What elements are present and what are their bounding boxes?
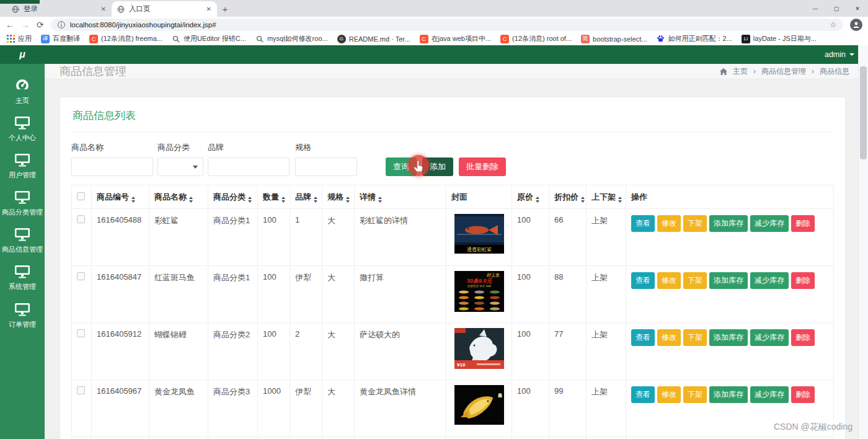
take-down-button[interactable]: 下架 [683,386,707,403]
add-stock-button[interactable]: 添加库存 [709,272,748,289]
close-button[interactable]: ✕ [847,0,868,17]
sort-icon[interactable] [536,197,539,203]
forward-icon[interactable]: → [21,20,30,29]
back-icon[interactable]: ← [6,20,14,29]
select-all-checkbox[interactable] [77,192,85,200]
sidebar-item-home[interactable]: 主页 [0,73,45,110]
sort-icon[interactable] [131,197,135,203]
column-header[interactable]: 上下架 [591,192,616,202]
view-button[interactable]: 查看 [631,386,655,403]
bookmark-csdn-1[interactable]: C (12条消息) freema... [89,34,162,43]
product-name-input[interactable] [71,157,153,176]
view-button[interactable]: 查看 [631,215,655,232]
add-stock-button[interactable]: 添加库存 [709,386,748,403]
column-header[interactable]: 详情 [360,192,376,202]
brand-input[interactable] [208,157,290,176]
edit-button[interactable]: 修改 [657,329,681,346]
sub-stock-button[interactable]: 减少库存 [750,386,789,403]
bookmark-apps[interactable]: 应用 [7,34,32,43]
refresh-icon[interactable]: ⟳ [37,20,44,29]
column-header[interactable]: 商品名称 [154,192,187,202]
sidebar-item-orders[interactable]: 订单管理 [0,296,45,334]
sub-stock-button[interactable]: 减少库存 [750,215,789,232]
app-logo[interactable]: μ [0,49,45,60]
add-button[interactable]: 添加 [422,157,453,176]
sidebar-item-users[interactable]: 用户管理 [0,147,45,184]
bookmark-ueditor[interactable]: 使用UEditor 报错C... [172,34,246,43]
query-button[interactable]: 查询 [386,157,417,176]
edit-button[interactable]: 修改 [657,215,681,232]
column-header[interactable]: 品牌 [295,192,311,202]
minimize-button[interactable]: — [805,0,826,17]
sort-icon[interactable] [378,197,382,203]
home-icon [720,68,727,75]
delete-button[interactable]: 删除 [791,272,815,289]
edit-button[interactable]: 修改 [657,386,681,403]
sidebar-item-product-info[interactable]: 商品信息管理 [0,221,45,259]
maximize-button[interactable]: ▢ [826,0,847,17]
scrollbar-thumb[interactable] [860,66,867,159]
column-header[interactable]: 商品分类 [213,192,246,202]
bookmark-star-icon[interactable]: ☆ [830,20,836,29]
bookmark-baidu[interactable]: 如何用正则匹配：2... [657,34,732,43]
sidebar-item-label: 个人中心 [9,134,36,141]
delete-button[interactable]: 删除 [791,386,815,403]
cell-spec: 大 [322,209,355,266]
batch-delete-button[interactable]: 批量删除 [459,157,506,176]
sort-icon[interactable] [248,197,252,203]
column-header[interactable]: 原价 [517,192,533,202]
view-button[interactable]: 查看 [631,272,655,289]
column-header[interactable]: 商品编号 [97,192,129,202]
edit-button[interactable]: 修改 [657,272,681,289]
row-checkbox[interactable] [77,215,85,223]
breadcrumb-item[interactable]: 主页 [733,66,748,77]
bookmark-csdn-3[interactable]: C (12条消息) root of... [500,34,572,43]
close-tab-icon[interactable]: ✕ [206,6,211,12]
take-down-button[interactable]: 下架 [683,272,707,289]
filter-label-brand: 品牌 [208,142,290,153]
bookmark-jianshu[interactable]: 简 bootstrap-select... [581,35,647,43]
sidebar-item-system[interactable]: 系统管理 [0,259,45,296]
delete-button[interactable]: 删除 [791,329,815,346]
sidebar-item-product-category[interactable]: 商品分类管理 [0,184,45,221]
sort-icon[interactable] [618,197,622,203]
sort-icon[interactable] [581,197,585,203]
spec-input[interactable] [295,157,357,176]
sort-icon[interactable] [314,197,317,203]
close-tab-icon[interactable]: ✕ [101,6,106,12]
bookmark-csdn-2[interactable]: C 在java web项目中... [420,34,492,43]
monitor-icon [14,116,30,130]
bookmark-readme[interactable]: G README.md · Ter... [337,35,410,43]
column-header[interactable]: 折扣价 [554,192,578,202]
column-header[interactable]: 数量 [263,192,279,202]
take-down-button[interactable]: 下架 [683,329,707,346]
cover-sub-text: 全国发货 包活 包邮 [467,284,491,288]
cell-spec: 大 [322,380,355,437]
delete-button[interactable]: 删除 [791,215,815,232]
view-button[interactable]: 查看 [631,329,655,346]
sub-stock-button[interactable]: 减少库存 [750,329,789,346]
row-checkbox[interactable] [77,386,85,394]
take-down-button[interactable]: 下架 [683,215,707,232]
category-select[interactable] [157,157,203,176]
sidebar-item-profile[interactable]: 个人中心 [0,110,45,147]
sub-stock-button[interactable]: 减少库存 [750,272,789,289]
breadcrumb-item[interactable]: 商品信息管理 [761,66,806,77]
browser-tab-index[interactable]: 入口页 ✕ [112,1,217,17]
browser-tab-login[interactable]: 登录 ✕ [6,1,112,17]
sort-icon[interactable] [189,197,193,203]
sort-icon[interactable] [281,197,285,203]
column-header[interactable]: 规格 [327,192,343,202]
add-stock-button[interactable]: 添加库存 [709,329,748,346]
bookmark-baidu-translate[interactable]: 译 百度翻译 [41,34,80,43]
new-tab-button[interactable]: + [217,1,233,17]
address-bar[interactable]: localhost:8080/jinyuxiaoshoupingtai/inde… [51,19,843,31]
sort-icon[interactable] [346,197,350,203]
page-scrollbar[interactable] [858,45,868,439]
bookmark-mysql[interactable]: mysql如何修改roo... [255,34,328,43]
profile-avatar[interactable] [850,19,862,31]
row-checkbox[interactable] [77,272,85,280]
add-stock-button[interactable]: 添加库存 [709,215,748,232]
row-checkbox[interactable] [77,329,85,337]
bookmark-laydate[interactable]: Li layDate - JS日期与... [742,34,817,43]
